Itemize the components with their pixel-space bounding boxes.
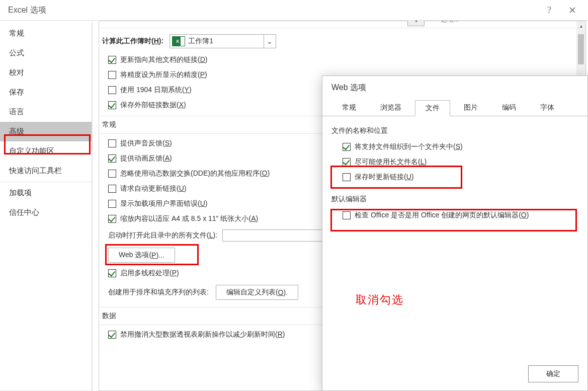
sidebar-label: 常规 xyxy=(9,29,24,37)
checkbox-label: 保存外部链接数据(X) xyxy=(120,101,186,110)
main-title: Excel 选项 xyxy=(8,5,46,16)
checkbox[interactable] xyxy=(108,86,116,94)
checkbox[interactable] xyxy=(108,331,116,339)
tab-font[interactable]: 字体 xyxy=(530,100,565,116)
tab-general[interactable]: 常规 xyxy=(331,100,367,116)
sidebar-item-trust-center[interactable]: 信任中心 xyxy=(0,203,92,222)
web-options-button[interactable]: Web 选项(P)... xyxy=(108,248,175,263)
sidebar-item-save[interactable]: 保存 xyxy=(0,83,92,102)
sidebar-item-language[interactable]: 语言 xyxy=(0,102,92,122)
checkbox-label: 提供动画反馈(A) xyxy=(120,154,172,163)
opt-update-links[interactable]: 更新指向其他文档的链接(D) xyxy=(99,52,579,67)
sidebar-label: 校对 xyxy=(9,68,24,76)
tab-picture[interactable]: 图片 xyxy=(453,100,488,116)
checkbox[interactable] xyxy=(108,215,116,223)
checkbox-label: 更新指向其他文档的链接(D) xyxy=(120,55,207,64)
close-button[interactable] xyxy=(561,3,584,18)
checkbox[interactable] xyxy=(343,143,351,151)
custom-lists-label: 创建用于排序和填充序列的列表: xyxy=(108,288,209,297)
checkbox[interactable] xyxy=(108,56,116,64)
opt-check-office-default-editor[interactable]: 检查 Office 是否是用 Office 创建的网页的默认编辑器(O) xyxy=(331,208,578,223)
group-file-name-location: 文件的名称和位置 xyxy=(331,123,578,139)
excel-workbook-icon: X xyxy=(172,36,183,46)
sidebar-item-customize-ribbon[interactable]: 自定义功能区 xyxy=(0,141,92,161)
sidebar-separator xyxy=(0,182,92,182)
checkbox[interactable] xyxy=(108,185,116,193)
sidebar-label: 语言 xyxy=(9,107,24,116)
checkbox-label: 缩放内容以适应 A4 或 8.5 x 11" 纸张大小(A) xyxy=(120,214,258,223)
sidebar-label: 快速访问工具栏 xyxy=(9,166,62,175)
opt-organize-support-files[interactable]: 将支持文件组织到一个文件夹中(S) xyxy=(331,139,578,154)
checkbox-label: 检查 Office 是否是用 Office 创建的网页的默认编辑器(O) xyxy=(355,211,529,220)
tab-encoding[interactable]: 编码 xyxy=(491,100,527,116)
tab-browser[interactable]: 浏览器 xyxy=(370,100,412,116)
ok-button[interactable]: 确定 xyxy=(528,365,578,382)
checkbox-label: 显示加载项用户界面错误(U) xyxy=(120,199,207,208)
sidebar-item-addins[interactable]: 加载项 xyxy=(0,183,92,203)
checkbox[interactable] xyxy=(343,211,351,219)
checkbox-label: 忽略使用动态数据交换(DDE)的其他应用程序(O) xyxy=(120,169,270,178)
checkbox-label: 尽可能使用长文件名(L) xyxy=(355,158,427,167)
sidebar-label: 高级 xyxy=(9,127,24,135)
startup-files-label: 启动时打开此目录中的所有文件(L): xyxy=(108,231,217,240)
web-tabs: 常规 浏览器 文件 图片 编码 字体 xyxy=(322,99,587,116)
workbook-calc-label: 计算此工作簿时(H): xyxy=(102,37,163,46)
checkbox[interactable] xyxy=(343,173,351,181)
cutoff-section: ▾ 选项... xyxy=(99,21,579,28)
chevron-down-icon[interactable]: ⌄ xyxy=(264,35,276,48)
sidebar-label: 自定义功能区 xyxy=(9,146,54,155)
group-default-editor: 默认编辑器 xyxy=(331,192,578,208)
cutoff-button[interactable]: 选项... xyxy=(430,21,470,26)
web-options-dialog: Web 选项 常规 浏览器 文件 图片 编码 字体 文件的名称和位置 将支持文件… xyxy=(322,75,588,391)
tab-file[interactable]: 文件 xyxy=(415,100,450,116)
opt-update-links-on-save[interactable]: 保存时更新链接(U) xyxy=(331,170,578,185)
checkbox-label: 禁用撤消大型数据透视表刷新操作以减少刷新时间(R) xyxy=(120,330,285,339)
sidebar-item-quick-access[interactable]: 快速访问工具栏 xyxy=(0,161,92,181)
checkbox[interactable] xyxy=(108,170,116,178)
opt-use-long-filenames[interactable]: 尽可能使用长文件名(L) xyxy=(331,154,578,170)
accelerator: H xyxy=(154,37,159,45)
workbook-name: 工作簿1 xyxy=(186,37,264,46)
checkbox[interactable] xyxy=(108,269,116,277)
checkbox-label: 将支持文件组织到一个文件夹中(S) xyxy=(355,142,463,151)
help-button[interactable]: ? xyxy=(538,3,561,18)
web-dialog-title: Web 选项 xyxy=(322,76,587,99)
sidebar-label: 加载项 xyxy=(9,188,32,197)
checkbox[interactable] xyxy=(343,158,351,166)
text: ): xyxy=(159,37,163,45)
edit-custom-lists-button[interactable]: 编辑自定义列表(O). xyxy=(216,285,298,300)
checkbox-label: 使用 1904 日期系统(Y) xyxy=(120,86,192,95)
sidebar-label: 信任中心 xyxy=(9,208,39,216)
cutoff-dropdown[interactable]: ▾ xyxy=(407,21,425,26)
main-titlebar: Excel 选项 ? xyxy=(0,0,588,20)
checkbox[interactable] xyxy=(108,154,116,163)
sidebar-item-advanced[interactable]: 高级 xyxy=(0,122,92,141)
checkbox[interactable] xyxy=(108,101,116,109)
options-sidebar: 常规 公式 校对 保存 语言 高级 自定义功能区 快速访问工具栏 加载项 信任中… xyxy=(0,21,93,391)
checkbox-label: 请求自动更新链接(U) xyxy=(120,184,186,193)
sidebar-item-proofing[interactable]: 校对 xyxy=(0,63,92,83)
checkbox[interactable] xyxy=(108,200,116,208)
sidebar-label: 公式 xyxy=(9,48,24,57)
sidebar-item-general[interactable]: 常规 xyxy=(0,24,92,43)
text: 计算此工作簿时( xyxy=(102,37,154,45)
web-dialog-body: 文件的名称和位置 将支持文件组织到一个文件夹中(S) 尽可能使用长文件名(L) … xyxy=(322,116,587,230)
sidebar-label: 保存 xyxy=(9,88,24,96)
annotation-text: 取消勾选 xyxy=(356,292,404,307)
checkbox-label: 保存时更新链接(U) xyxy=(355,173,413,182)
checkbox[interactable] xyxy=(108,71,116,79)
checkbox[interactable] xyxy=(108,139,116,147)
workbook-dropdown[interactable]: X 工作簿1 ⌄ xyxy=(170,34,276,48)
checkbox-label: 启用多线程处理(P) xyxy=(120,269,179,278)
checkbox-label: 提供声音反馈(S) xyxy=(120,139,172,148)
workbook-calc-row: 计算此工作簿时(H): X 工作簿1 ⌄ xyxy=(99,31,579,52)
sidebar-item-formulas[interactable]: 公式 xyxy=(0,43,92,63)
scroll-thumb[interactable] xyxy=(578,34,584,64)
checkbox-label: 将精度设为所显示的精度(P) xyxy=(120,70,207,80)
